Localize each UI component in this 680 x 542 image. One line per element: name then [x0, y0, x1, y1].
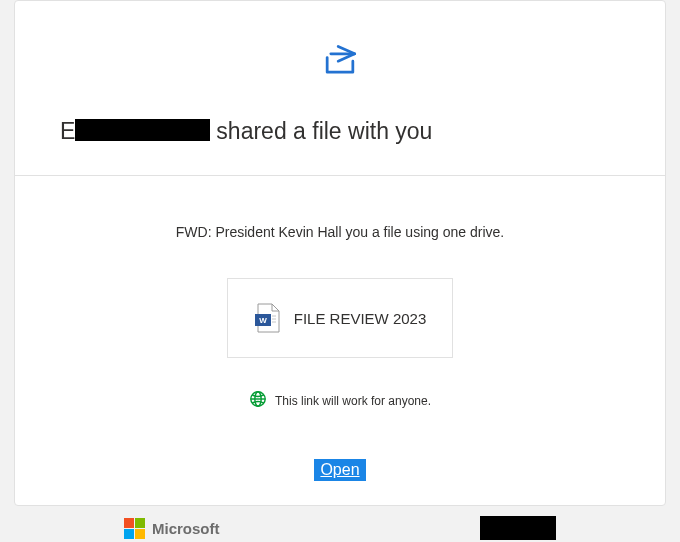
file-name: FILE REVIEW 2023 [294, 310, 427, 327]
share-icon [60, 41, 620, 89]
microsoft-brand: Microsoft [124, 518, 220, 539]
microsoft-label: Microsoft [152, 520, 220, 537]
share-card: E shared a file with you FWD: President … [14, 0, 666, 506]
svg-text:W: W [259, 316, 267, 325]
sender-prefix: E [60, 118, 75, 145]
link-scope-row: This link will work for anyone. [249, 390, 431, 411]
card-header: E shared a file with you [15, 1, 665, 176]
card-body: FWD: President Kevin Hall you a file usi… [15, 176, 665, 505]
microsoft-logo-icon [124, 518, 145, 539]
headline-rest: shared a file with you [216, 118, 432, 145]
file-attachment[interactable]: W FILE REVIEW 2023 [227, 278, 454, 358]
open-button[interactable]: Open [314, 459, 365, 481]
word-doc-icon: W [254, 303, 280, 333]
globe-icon [249, 390, 267, 411]
footer-redacted [480, 516, 556, 540]
lead-text: FWD: President Kevin Hall you a file usi… [35, 224, 645, 240]
headline: E shared a file with you [60, 117, 620, 145]
sender-redacted [75, 119, 210, 141]
footer: Microsoft [14, 506, 666, 542]
link-scope-text: This link will work for anyone. [275, 394, 431, 408]
